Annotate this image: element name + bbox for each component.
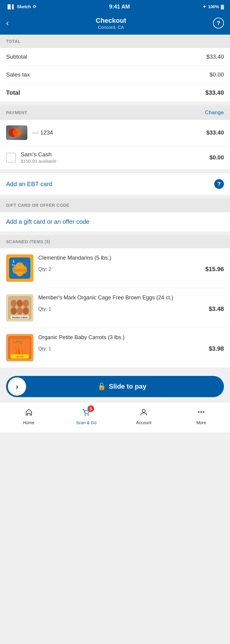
nav-item-home[interactable]: Home	[0, 402, 57, 428]
eggs-details: Member's Mark Organic Cage Free Brown Eg…	[38, 294, 224, 312]
signal-icon: ▐▌▌	[6, 4, 15, 9]
svg-text:lbs: lbs	[12, 264, 15, 266]
ebt-section: Add an EBT card ?	[0, 173, 230, 195]
bottom-nav: Home 5 Scan & Go Account	[0, 402, 230, 432]
subtotal-label: Subtotal	[6, 53, 27, 60]
svg-text:carrots: carrots	[15, 355, 24, 358]
nav-item-more[interactable]: More	[173, 402, 230, 428]
payment-card: ···· 1234 $33.40 Sam's Cash $150.00 avai…	[0, 120, 230, 169]
sams-cash-checkbox[interactable]	[6, 153, 16, 162]
slide-to-pay-button[interactable]: › 🔓 Slide to pay	[6, 376, 224, 397]
svg-point-30	[203, 411, 204, 413]
eggs-price: $3.48	[209, 305, 224, 312]
page-title: Checkout	[96, 17, 126, 25]
slide-label: 🔓 Slide to pay	[26, 383, 224, 390]
clementine-qty-price: Qty: 2 $15.96	[38, 266, 224, 273]
account-nav-label: Account	[136, 420, 152, 425]
sales-tax-label: Sales tax	[6, 71, 30, 78]
nav-item-scan-go[interactable]: 5 Scan & Go	[57, 402, 115, 428]
account-icon	[139, 408, 148, 418]
sales-tax-row: Sales tax $0.00	[6, 66, 224, 84]
carrots-image: carrots	[6, 334, 33, 361]
status-right: ✦ 100% ▓	[203, 4, 224, 9]
clementine-image: halos 5 lbs	[6, 254, 33, 282]
clementine-name: Clementine Mandarins (5 lbs.)	[38, 254, 224, 261]
sams-cash-available: $150.00 available	[21, 158, 204, 164]
total-label: Total	[6, 89, 20, 96]
page-subtitle: Concord, CA	[96, 25, 126, 30]
battery-icon: ▓	[221, 4, 224, 9]
gift-card-section-header: GIFT CARD OR OFFER CODE	[0, 199, 230, 212]
home-nav-label: Home	[23, 420, 34, 425]
list-item: halos 5 lbs Clementine Mandarins (5 lbs.…	[0, 248, 230, 288]
svg-point-29	[201, 411, 202, 413]
carrots-price: $3.98	[209, 345, 224, 352]
eggs-image: Member's Mark	[6, 294, 33, 322]
list-item: carrots Organic Petite Baby Carrots (3 l…	[0, 328, 230, 367]
eggs-product-svg: Member's Mark	[8, 296, 32, 320]
subtotal-row: Subtotal $33.40	[6, 48, 224, 66]
change-payment-link[interactable]: Change	[205, 110, 224, 116]
carrier-label: Sketch	[17, 4, 31, 9]
scanned-items-label: SCANNED ITEMS (5)	[6, 239, 50, 244]
slide-to-pay-container: › 🔓 Slide to pay	[0, 371, 230, 402]
more-nav-label: More	[196, 420, 206, 425]
svg-text:halos: halos	[13, 267, 26, 273]
credit-card-info: ···· 1234	[32, 129, 201, 136]
carrots-details: Organic Petite Baby Carrots (3 lbs.) Qty…	[38, 334, 224, 352]
status-bar: ▐▌▌ Sketch ⟳ 9:41 AM ✦ 100% ▓	[0, 0, 230, 13]
eggs-qty-price: Qty: 1 $3.48	[38, 305, 224, 312]
slide-to-pay-text: Slide to pay	[109, 383, 146, 390]
help-button[interactable]: ?	[213, 18, 224, 29]
total-value: $33.40	[205, 89, 224, 96]
slide-handle[interactable]: ›	[8, 377, 26, 396]
total-section-header: TOTAL	[0, 35, 230, 48]
slide-arrow-icon: ›	[16, 382, 19, 391]
bluetooth-icon: ✦	[203, 4, 206, 9]
payment-header-label: PAYMENT	[6, 110, 27, 115]
scan-go-nav-label: Scan & Go	[76, 420, 97, 425]
sams-cash-info: Sam's Cash $150.00 available	[21, 151, 204, 164]
add-ebt-link[interactable]: Add an EBT card	[6, 181, 52, 188]
list-item: Member's Mark Member's Mark Organic Cage…	[0, 288, 230, 328]
carrots-name: Organic Petite Baby Carrots (3 lbs.)	[38, 334, 224, 341]
clementine-product-svg: halos 5 lbs	[8, 256, 32, 280]
eggs-qty: Qty: 1	[38, 306, 51, 312]
total-card: Subtotal $33.40 Sales tax $0.00 Total $3…	[0, 48, 230, 102]
svg-text:Member's Mark: Member's Mark	[12, 316, 28, 319]
credit-card-row: ···· 1234 $33.40	[0, 120, 230, 146]
subtotal-value: $33.40	[206, 53, 224, 60]
sams-cash-label: Sam's Cash	[21, 151, 204, 158]
payment-section-header: PAYMENT Change	[0, 105, 230, 120]
clementine-price: $15.96	[205, 266, 224, 273]
sams-cash-row[interactable]: Sam's Cash $150.00 available $0.00	[0, 146, 230, 169]
lock-icon: 🔓	[98, 383, 106, 390]
gift-card-section: Add a gift card or an offer code	[0, 212, 230, 231]
svg-point-16	[17, 307, 23, 315]
svg-point-25	[84, 414, 86, 416]
add-gift-card-link[interactable]: Add a gift card or an offer code	[6, 218, 89, 225]
gift-card-header-label: GIFT CARD OR OFFER CODE	[6, 203, 69, 208]
clementine-qty: Qty: 2	[38, 267, 51, 272]
credit-card-icon	[6, 125, 27, 140]
svg-text:5: 5	[13, 260, 15, 263]
carrots-product-svg: carrots	[8, 336, 32, 360]
ebt-help-button[interactable]: ?	[214, 179, 224, 189]
sams-cash-amount: $0.00	[209, 154, 224, 161]
more-icon	[197, 408, 205, 418]
total-header-label: TOTAL	[6, 39, 21, 44]
nav-item-account[interactable]: Account	[115, 402, 173, 428]
cart-badge: 5	[88, 405, 94, 412]
back-button[interactable]: ‹	[6, 18, 9, 28]
nav-title: Checkout Concord, CA	[96, 17, 126, 30]
credit-card-mask: ···· 1234	[32, 129, 201, 136]
items-section: halos 5 lbs Clementine Mandarins (5 lbs.…	[0, 248, 230, 367]
svg-point-12	[11, 300, 17, 307]
svg-point-28	[198, 411, 200, 413]
scanned-items-header: SCANNED ITEMS (5)	[0, 235, 230, 248]
svg-point-15	[11, 307, 17, 315]
carrots-qty-price: Qty: 1 $3.98	[38, 345, 224, 352]
status-left: ▐▌▌ Sketch ⟳	[6, 4, 36, 9]
home-icon	[25, 408, 33, 418]
svg-point-13	[17, 300, 23, 307]
